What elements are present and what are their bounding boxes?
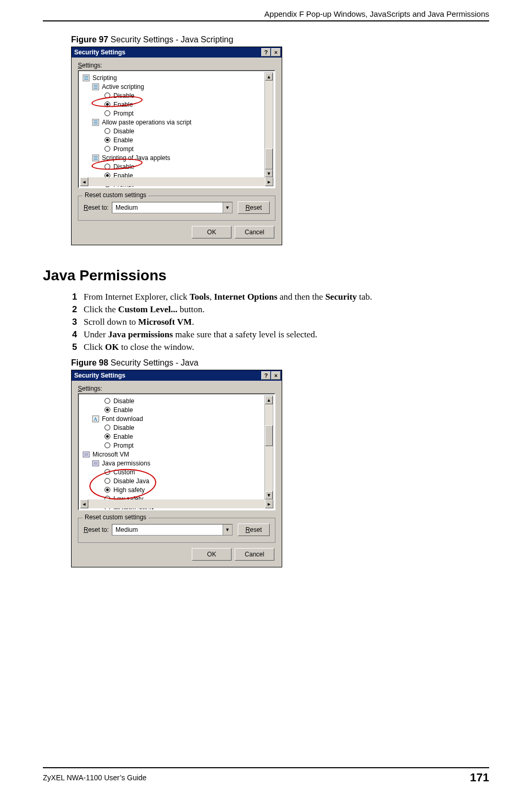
running-header: Appendix F Pop-up Windows, JavaScripts a… (43, 9, 489, 20)
header-rule (43, 20, 489, 21)
radio-prompt[interactable]: Prompt (103, 441, 273, 450)
settings-tree[interactable]: Scripting Active scripting Disable Enabl… (78, 70, 275, 188)
step-4: 4 Under Java permissions make sure that … (72, 329, 489, 340)
script-icon (91, 154, 100, 162)
radio-off-icon (103, 442, 111, 449)
script-icon (91, 83, 100, 90)
scroll-left-button[interactable]: ◄ (80, 177, 88, 186)
tree-label: Font download (102, 415, 143, 423)
tree-active-scripting: Active scripting (91, 82, 273, 91)
script-icon (91, 119, 100, 126)
step-2: 2 Click the Custom Level... button. (72, 304, 489, 315)
radio-disable[interactable]: Disable (103, 423, 273, 432)
security-settings-dialog-97: Security Settings ? × Settings: Scriptin… (71, 47, 282, 245)
radio-prompt[interactable]: Prompt (103, 109, 273, 118)
font-download-icon: A (91, 415, 100, 423)
radio-label: Enable (113, 433, 133, 440)
scroll-right-button[interactable]: ► (265, 499, 273, 508)
radio-label: Disable (113, 128, 134, 135)
help-button[interactable]: ? (261, 371, 271, 380)
horizontal-scrollbar[interactable]: ◄ ► (80, 177, 273, 186)
radio-off-icon (103, 145, 111, 153)
reset-to-combo[interactable]: Medium ▼ (112, 524, 233, 536)
radio-disable[interactable]: Disable (103, 396, 273, 405)
microsoft-vm-icon (82, 451, 90, 458)
radio-enable[interactable]: Enable (103, 135, 273, 144)
reset-custom-settings-group: Reset custom settings Reset to: Medium ▼… (78, 518, 275, 543)
fieldset-legend: Reset custom settings (83, 514, 148, 521)
radio-enable[interactable]: Enable (103, 405, 273, 414)
reset-to-combo[interactable]: Medium ▼ (112, 202, 233, 213)
reset-button[interactable]: Reset (238, 201, 270, 214)
radio-off-icon (103, 424, 111, 431)
vertical-scrollbar[interactable]: ▲ ▼ (264, 395, 273, 500)
steps-list: 1 From Internet Explorer, click Tools, I… (72, 291, 489, 353)
cancel-button[interactable]: Cancel (235, 548, 274, 561)
help-button[interactable]: ? (261, 48, 271, 56)
tree-scripting: Scripting (82, 73, 273, 82)
title-bar: Security Settings ? × (72, 47, 282, 58)
radio-enable[interactable]: Enable (103, 432, 273, 441)
figure-98-text: Security Settings - Java (111, 358, 199, 367)
java-permissions-icon (91, 460, 100, 467)
radio-off-icon (103, 128, 111, 135)
fieldset-legend: Reset custom settings (83, 191, 148, 199)
radio-on-icon (103, 406, 111, 414)
step-3: 3 Scroll down to Microsoft VM. (72, 316, 489, 328)
step-number: 1 (72, 292, 84, 302)
step-1: 1 From Internet Explorer, click Tools, I… (72, 291, 489, 303)
reset-to-label: Reset to: (84, 204, 109, 211)
step-number: 3 (72, 317, 84, 327)
settings-label: Settings: (78, 385, 275, 392)
horizontal-scrollbar[interactable]: ◄ ► (80, 499, 273, 508)
tree-microsoft-vm: Microsoft VM (82, 450, 273, 459)
page-number: 171 (470, 771, 489, 784)
vertical-scrollbar[interactable]: ▲ ▼ (264, 72, 273, 178)
security-settings-dialog-98: Security Settings ? × Settings: Disable … (71, 370, 282, 567)
ok-button[interactable]: OK (192, 226, 232, 238)
step-5: 5 Click OK to close the window. (72, 341, 489, 353)
figure-97-text: Security Settings - Java Scripting (111, 35, 234, 44)
reset-button[interactable]: Reset (238, 523, 270, 536)
dialog-title: Security Settings (73, 49, 261, 56)
radio-label: Disable (113, 397, 134, 405)
radio-disable[interactable]: Disable (103, 127, 273, 135)
step-number: 2 (72, 304, 84, 315)
step-number: 4 (72, 329, 84, 340)
scroll-up-button[interactable]: ▲ (265, 396, 273, 404)
chevron-down-icon[interactable]: ▼ (223, 525, 232, 535)
tree-font-download: A Font download (91, 414, 273, 423)
title-bar: Security Settings ? × (72, 370, 282, 381)
tree-label: Active scripting (102, 83, 144, 90)
tree-label: Allow paste operations via script (102, 119, 191, 126)
ok-button[interactable]: OK (192, 548, 232, 561)
close-button[interactable]: × (271, 48, 281, 56)
tree-java-permissions: Java permissions (91, 459, 273, 468)
figure-97-label: Figure 97 (71, 35, 111, 44)
radio-off-icon (103, 397, 111, 405)
scroll-up-button[interactable]: ▲ (265, 73, 273, 81)
svg-text:A: A (94, 416, 98, 422)
tree-allow-paste: Allow paste operations via script (91, 118, 273, 127)
close-button[interactable]: × (271, 371, 281, 380)
cancel-button[interactable]: Cancel (235, 226, 274, 238)
chevron-down-icon[interactable]: ▼ (223, 202, 232, 213)
scroll-left-button[interactable]: ◄ (80, 499, 88, 508)
page-footer: ZyXEL NWA-1100 User’s Guide 171 (43, 767, 489, 784)
scroll-down-button[interactable]: ▼ (265, 491, 273, 499)
step-number: 5 (72, 342, 84, 352)
figure-97-caption: Figure 97 Security Settings - Java Scrip… (71, 35, 489, 44)
reset-custom-settings-group: Reset custom settings Reset to: Medium ▼… (78, 196, 275, 221)
radio-label: Disable (113, 424, 134, 431)
scroll-right-button[interactable]: ► (265, 177, 273, 186)
figure-98-label: Figure 98 (71, 358, 111, 367)
scroll-down-button[interactable]: ▼ (265, 169, 273, 177)
figure-98-caption: Figure 98 Security Settings - Java (71, 358, 489, 368)
radio-label: Prompt (113, 442, 134, 449)
combo-value: Medium (112, 525, 223, 535)
settings-tree[interactable]: Disable Enable A Font download Disable E… (78, 393, 275, 510)
radio-prompt[interactable]: Prompt (103, 144, 273, 153)
radio-label: Prompt (113, 145, 134, 153)
script-icon (82, 74, 90, 82)
reset-to-label: Reset to: (84, 526, 109, 533)
